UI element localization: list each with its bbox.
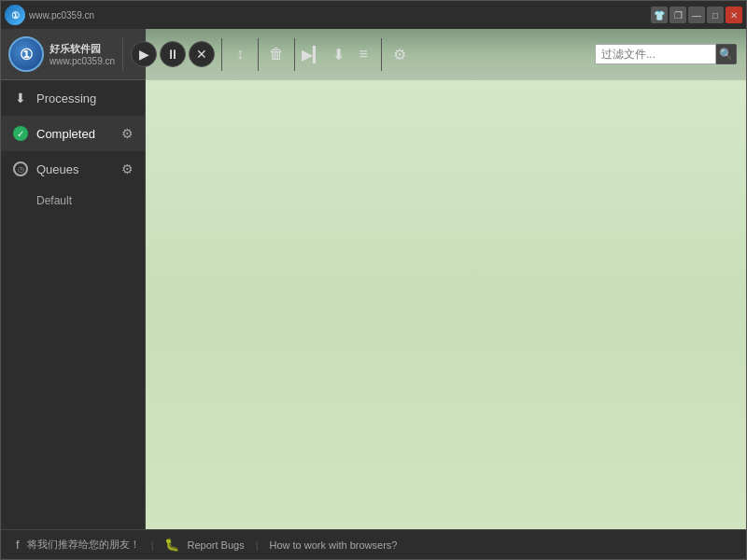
toolbar-brand: ① 好乐软件园 www.pc0359.cn	[8, 36, 115, 72]
toolbar-search-area: 🔍	[595, 44, 737, 64]
window-controls: 👕 ❐ — □ ✕	[651, 7, 742, 23]
titlebar-left: ① www.pc0359.cn	[5, 5, 94, 25]
titlebar-close-button[interactable]: ✕	[726, 7, 742, 23]
content-area	[146, 80, 746, 529]
check-circle-icon: ✓	[12, 125, 29, 142]
download-icon: ⬇	[12, 90, 29, 106]
toolbar-logo: ①	[8, 36, 44, 72]
footer: f 将我们推荐给您的朋友！ | 🐛 Report Bugs | How to w…	[1, 529, 746, 559]
titlebar: ① www.pc0359.cn 👕 ❐ — □ ✕	[1, 1, 746, 29]
sidebar-item-default[interactable]: Default	[1, 187, 145, 215]
toolbar-divider-4	[294, 38, 295, 71]
check-icon: ✓	[13, 126, 28, 141]
toolbar-divider-3	[258, 38, 259, 71]
titlebar-restore-button[interactable]: ❐	[669, 7, 686, 23]
facebook-link[interactable]: 将我们推荐给您的朋友！	[27, 538, 140, 552]
settings-button[interactable]: ⚙	[388, 43, 411, 65]
database-button[interactable]: ≡	[352, 43, 374, 65]
how-to-link[interactable]: How to work with browsers?	[270, 539, 398, 551]
search-button[interactable]: 🔍	[716, 44, 737, 64]
default-label: Default	[36, 194, 72, 207]
toolbar-buttons: ▶ ⏸ ✕ ↕ 🗑 ▶▎ ⬇ ≡ ⚙	[131, 38, 411, 71]
titlebar-shirt-button[interactable]: 👕	[651, 7, 668, 23]
footer-divider-1: |	[151, 539, 154, 551]
sort-button[interactable]: ↕	[229, 43, 251, 65]
facebook-icon: f	[16, 538, 20, 552]
stop-button[interactable]: ✕	[189, 41, 215, 67]
report-bugs-link[interactable]: Report Bugs	[187, 539, 244, 551]
sidebar-item-completed[interactable]: ✓ Completed ⚙	[1, 116, 145, 151]
cloud-download-button[interactable]: ⬇	[327, 43, 349, 65]
toolbar-divider-5	[381, 38, 382, 71]
application-window: ① www.pc0359.cn 👕 ❐ — □ ✕ ① 好乐软件园 www.pc…	[0, 0, 747, 560]
search-input[interactable]	[595, 44, 716, 64]
toolbar-site-info: 好乐软件园 www.pc0359.cn	[49, 42, 115, 66]
pause-button[interactable]: ⏸	[160, 41, 186, 67]
titlebar-maximize-button[interactable]: □	[707, 7, 724, 23]
processing-label: Processing	[36, 91, 134, 105]
titlebar-minimize-button[interactable]: —	[688, 7, 705, 23]
queues-label: Queues	[36, 162, 121, 176]
completed-label: Completed	[36, 127, 121, 141]
toolbar-site-name: 好乐软件园	[49, 42, 115, 56]
delete-button[interactable]: 🗑	[265, 43, 288, 65]
toolbar-divider-1	[122, 38, 123, 71]
sidebar: ⬇ Processing ✓ Completed ⚙ ◷ Queues ⚙	[1, 80, 146, 529]
queues-clock: ◷	[13, 161, 28, 176]
sidebar-item-queues[interactable]: ◷ Queues ⚙	[1, 151, 145, 187]
play-button[interactable]: ▶	[131, 41, 157, 67]
bug-icon: 🐛	[164, 538, 179, 552]
logo-text: ①	[11, 10, 20, 21]
sidebar-item-processing[interactable]: ⬇ Processing	[1, 80, 145, 116]
toolbar-divider-2	[221, 38, 222, 71]
toolbar: ① 好乐软件园 www.pc0359.cn ▶ ⏸ ✕ ↕ 🗑 ▶▎ ⬇ ≡ ⚙…	[1, 29, 746, 80]
site-watermark: www.pc0359.cn	[29, 10, 94, 21]
app-logo: ①	[5, 5, 25, 25]
main-layout: ⬇ Processing ✓ Completed ⚙ ◷ Queues ⚙	[1, 80, 746, 529]
footer-divider-2: |	[256, 539, 259, 551]
queues-gear-icon[interactable]: ⚙	[121, 161, 134, 176]
clock-icon: ◷	[12, 161, 29, 177]
toolbar-site-url: www.pc0359.cn	[49, 56, 115, 66]
film-button[interactable]: ▶▎	[302, 43, 324, 65]
completed-gear-icon[interactable]: ⚙	[121, 126, 134, 141]
